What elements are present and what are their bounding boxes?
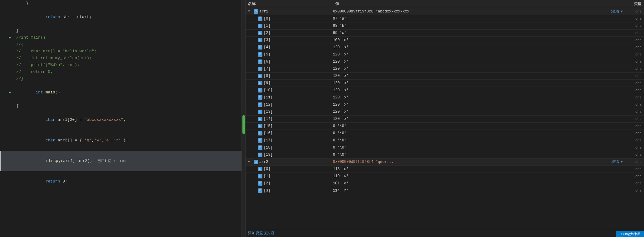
watch-item: □[15] 0 '\0' cha — [246, 123, 644, 130]
array-icon: □ — [258, 102, 262, 107]
watch-item-name: □[4] — [248, 44, 333, 51]
watch-item-type: cha — [623, 30, 642, 36]
group-label: arr1 — [259, 8, 268, 15]
watch-item: □[7] 120 'x' cha — [246, 65, 644, 73]
line-content: //} — [14, 75, 242, 82]
watch-item-value: 119 'w' — [333, 173, 623, 180]
line-content: strcpy(arr1, arr2); 已用时间 <= 1ms — [14, 151, 242, 171]
watch-item-name: □[3] — [248, 37, 333, 44]
watch-group-value: 0x000000d9ff19f8c8 "abcdxxxxxxxxxx" — [333, 8, 609, 15]
time-badge: 已用时间 <= 1ms — [96, 159, 127, 163]
watch-item-value: 120 'x' — [333, 44, 623, 51]
watch-item: □[8] 120 'x' cha — [246, 73, 644, 80]
line-content: //int main() — [14, 34, 242, 41]
array-icon: □ — [258, 131, 262, 135]
code-line: } — [0, 27, 242, 34]
watch-item: □[17] 0 '\0' cha — [246, 137, 644, 144]
watch-item-type: cha — [623, 15, 642, 22]
bottom-label: CSDN@大律师 — [620, 232, 640, 236]
watch-item-value: 120 'x' — [333, 51, 623, 58]
watch-item-name: □[12] — [248, 101, 333, 108]
watch-item-value: 120 'x' — [333, 101, 623, 108]
watch-item-type: cha — [623, 73, 642, 79]
watch-item-value: 0 '\0' — [333, 137, 623, 144]
type-sep: ▼ — [621, 159, 623, 165]
watch-item: □[4] 120 'x' cha — [246, 44, 644, 51]
watch-item-type: cha — [623, 166, 642, 173]
watch-item-value: 0 '\0' — [333, 130, 623, 137]
watch-item: □[0] 113 'q' cha — [246, 166, 644, 173]
search-btn[interactable]: Q查看 — [611, 159, 620, 165]
line-content: return str - start; — [14, 7, 242, 27]
scroll-thumb[interactable] — [242, 115, 245, 134]
code-line: char arr2[] = { 'q','w','e','r' }; — [0, 130, 242, 151]
watch-item: □[6] 120 'x' cha — [246, 58, 644, 65]
watch-panel: 名称 值 类型 ▼ □ arr1 0x000000d9ff19f8c8 "abc… — [246, 0, 644, 237]
watch-item: □[14] 120 'x' cha — [246, 116, 644, 123]
watch-item-value: 101 'e' — [333, 180, 623, 187]
watch-group-arr1[interactable]: ▼ □ arr1 0x000000d9ff19f8c8 "abcdxxxxxxx… — [246, 8, 644, 15]
code-line: // printf("%d\n", ret); — [0, 62, 242, 69]
watch-item-name: □[10] — [248, 87, 333, 94]
watch-item-name: □[11] — [248, 94, 333, 101]
array-icon: □ — [258, 45, 262, 50]
watch-item-type: cha — [623, 144, 642, 151]
watch-item-name: □[2] — [248, 180, 333, 187]
watch-item-value: 120 'x' — [333, 116, 623, 122]
watch-group-arr2[interactable]: ▼ □ arr2 0x000000d9ff19f8f4 "qwer... Q查看… — [246, 159, 644, 166]
watch-item-name: □[9] — [248, 80, 333, 87]
col-value-header: 值 — [335, 1, 623, 7]
array-icon: □ — [258, 67, 262, 71]
col-type-header: 类型 — [623, 1, 642, 7]
watch-item-value: 98 'b' — [333, 22, 623, 29]
watch-item-type: cha — [623, 22, 642, 29]
watch-item: □[13] 120 'x' cha — [246, 108, 644, 116]
group-label: arr2 — [259, 159, 268, 165]
line-content: int main() — [14, 82, 242, 103]
watch-item-value: 120 'x' — [333, 65, 623, 72]
watch-item-name: □[15] — [248, 123, 333, 130]
watch-actions: Q查看 ▼ — [611, 159, 623, 165]
array-icon: □ — [258, 188, 262, 193]
code-editor: } return str - start; } ▶ //int main() — [0, 0, 242, 237]
watch-item-type: cha — [623, 108, 642, 115]
expand-icon[interactable]: ▼ — [248, 159, 252, 165]
code-line: char arr1[20] = "abcdxxxxxxxxxx"; — [0, 110, 242, 130]
watch-type: cha — [623, 159, 642, 165]
watch-item-name: □[6] — [248, 58, 333, 65]
line-content: { — [14, 103, 242, 110]
watch-item-type: cha — [623, 187, 642, 194]
code-line: // return 0; — [0, 69, 242, 75]
watch-item-value: 0 '\0' — [333, 144, 623, 151]
watch-item-name: □[3] — [248, 187, 333, 194]
line-content: // printf("%d\n", ret); — [14, 62, 242, 69]
code-line: return str - start; — [0, 7, 242, 27]
watch-item-name: □[8] — [248, 73, 333, 79]
watch-item-value: 120 'x' — [333, 73, 623, 79]
expand-icon[interactable]: ▼ — [248, 8, 252, 15]
watch-item-name: □[1] — [248, 173, 333, 180]
array-icon: □ — [258, 117, 262, 121]
watch-body[interactable]: ▼ □ arr1 0x000000d9ff19f8c8 "abcdxxxxxxx… — [246, 8, 644, 229]
array-icon: □ — [258, 52, 262, 57]
line-content: // char arr[] = "hello world"; — [14, 48, 242, 55]
watch-item-type: cha — [623, 44, 642, 51]
watch-item-name: □[16] — [248, 130, 333, 137]
search-btn[interactable]: Q查看 — [611, 8, 620, 15]
array-icon: □ — [258, 181, 262, 186]
watch-item-value: 120 'x' — [333, 80, 623, 87]
watch-item: □[16] 0 '\0' cha — [246, 130, 644, 137]
watch-item-type: cha — [623, 65, 642, 72]
array-icon: □ — [258, 167, 262, 171]
array-icon: □ — [258, 153, 262, 157]
watch-footer[interactable]: 添加要监视的项 — [246, 229, 644, 237]
watch-item: □[9] 120 'x' cha — [246, 80, 644, 87]
watch-item-name: □[19] — [248, 151, 333, 158]
line-content: return 0; — [14, 171, 242, 192]
array-icon: □ — [258, 81, 262, 85]
watch-item-type: cha — [623, 51, 642, 58]
watch-header: 名称 值 类型 — [246, 0, 644, 8]
watch-item-value: 0 '\0' — [333, 123, 623, 130]
watch-item-value: 97 'a' — [333, 15, 623, 22]
array-icon: □ — [258, 31, 262, 35]
